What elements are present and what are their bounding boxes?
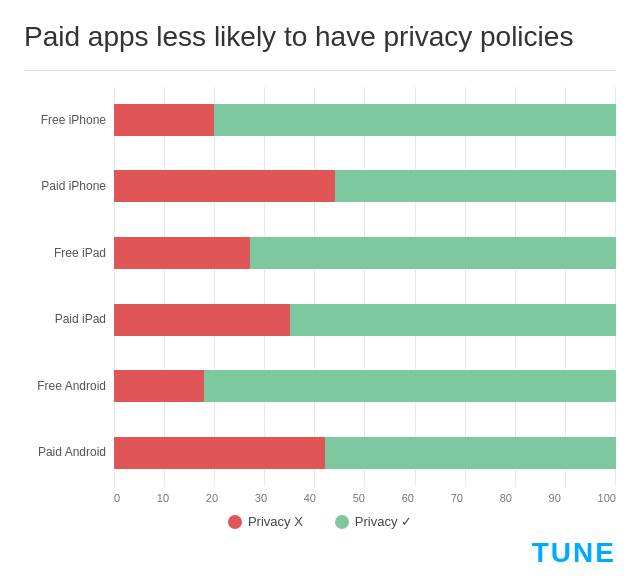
x-tick: 0 bbox=[114, 492, 120, 504]
bars-section: Free iPhonePaid iPhoneFree iPadPaid iPad… bbox=[24, 87, 616, 486]
x-axis-section: 0102030405060708090100 bbox=[24, 490, 616, 504]
bar-row bbox=[114, 370, 616, 402]
x-tick: 50 bbox=[353, 492, 365, 504]
bar-green-segment bbox=[290, 304, 616, 336]
legend-item: Privacy ✓ bbox=[335, 514, 412, 529]
x-tick: 40 bbox=[304, 492, 316, 504]
chart-area: Free iPhonePaid iPhoneFree iPadPaid iPad… bbox=[24, 87, 616, 529]
x-tick: 80 bbox=[500, 492, 512, 504]
x-tick: 70 bbox=[451, 492, 463, 504]
bars-container bbox=[114, 87, 616, 486]
x-tick: 10 bbox=[157, 492, 169, 504]
legend-dot-privacy_x bbox=[228, 515, 242, 529]
bar-green-segment bbox=[335, 170, 616, 202]
x-tick: 100 bbox=[598, 492, 616, 504]
bar-row bbox=[114, 170, 616, 202]
x-tick: 60 bbox=[402, 492, 414, 504]
tune-logo: TUNE bbox=[532, 537, 616, 569]
bar-row bbox=[114, 437, 616, 469]
x-tick: 30 bbox=[255, 492, 267, 504]
bar-red-segment bbox=[114, 104, 214, 136]
y-label: Free iPhone bbox=[24, 113, 106, 127]
y-labels: Free iPhonePaid iPhoneFree iPadPaid iPad… bbox=[24, 87, 114, 486]
x-tick: 90 bbox=[549, 492, 561, 504]
legend-label: Privacy X bbox=[248, 514, 303, 529]
y-label: Free Android bbox=[24, 379, 106, 393]
y-label: Paid Android bbox=[24, 445, 106, 459]
bars-wrapper bbox=[114, 87, 616, 486]
y-label: Free iPad bbox=[24, 246, 106, 260]
bar-green-segment bbox=[250, 237, 616, 269]
legend-dot-privacy_check bbox=[335, 515, 349, 529]
bar-green-segment bbox=[204, 370, 616, 402]
bar-red-segment bbox=[114, 170, 335, 202]
bar-row bbox=[114, 104, 616, 136]
bar-green-segment bbox=[214, 104, 616, 136]
bar-row bbox=[114, 237, 616, 269]
divider bbox=[24, 70, 616, 71]
footer: TUNE bbox=[24, 537, 616, 569]
bar-red-segment bbox=[114, 370, 204, 402]
legend-item: Privacy X bbox=[228, 514, 303, 529]
bar-row bbox=[114, 304, 616, 336]
legend: Privacy XPrivacy ✓ bbox=[24, 514, 616, 529]
bar-red-segment bbox=[114, 304, 290, 336]
y-label: Paid iPhone bbox=[24, 179, 106, 193]
bar-red-segment bbox=[114, 437, 325, 469]
x-axis: 0102030405060708090100 bbox=[114, 490, 616, 504]
x-tick: 20 bbox=[206, 492, 218, 504]
bar-green-segment bbox=[325, 437, 616, 469]
bar-red-segment bbox=[114, 237, 250, 269]
page-title: Paid apps less likely to have privacy po… bbox=[24, 20, 616, 54]
page-container: Paid apps less likely to have privacy po… bbox=[0, 0, 640, 585]
y-label: Paid iPad bbox=[24, 312, 106, 326]
legend-label: Privacy ✓ bbox=[355, 514, 412, 529]
